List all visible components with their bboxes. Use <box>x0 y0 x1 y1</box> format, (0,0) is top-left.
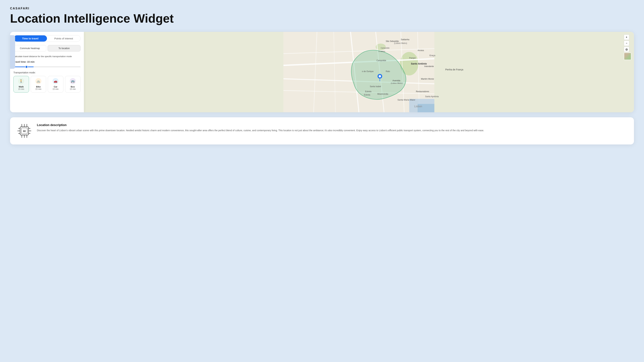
svg-text:Santa Isabel: Santa Isabel <box>370 85 381 88</box>
svg-text:Campolide: Campolide <box>376 59 386 62</box>
map-controls: + − ◎ <box>624 34 631 60</box>
brand-logo: CASAFARI <box>10 7 634 10</box>
svg-text:Saldanha: Saldanha <box>401 38 410 41</box>
svg-text:São Sebastião: São Sebastião <box>386 40 399 42</box>
bike-time: 15 min <box>36 88 42 90</box>
svg-text:Restauradores: Restauradores <box>416 90 429 93</box>
svg-text:(Lisbon Metro): (Lisbon Metro) <box>394 42 407 44</box>
ai-chip-icon: AI <box>17 123 32 138</box>
svg-text:Martim Moniz: Martim Moniz <box>421 78 434 80</box>
transport-card-bike[interactable]: 🚲 Bike 15 min <box>31 76 46 92</box>
locate-button[interactable]: ◎ <box>624 46 629 52</box>
widget-container: Time to travel Points of interest Commut… <box>10 32 634 112</box>
bus-icon: 🚌 <box>70 78 76 84</box>
bike-icon: 🚲 <box>36 78 42 84</box>
travel-description: Calculate travel distance for the specif… <box>14 55 80 58</box>
svg-text:AI: AI <box>23 130 26 133</box>
svg-text:Estrela: Estrela <box>364 94 370 96</box>
walk-name: Walk <box>18 85 24 88</box>
ai-icon-wrapper: AI <box>17 123 32 138</box>
desc-title: Location description <box>37 123 484 127</box>
main-card: Time to travel Points of interest Commut… <box>10 32 634 112</box>
sub-tab-bar: Commute heatmap To location <box>14 45 80 51</box>
walk-icon: 🚶 <box>18 78 24 84</box>
left-panel: Time to travel Points of interest Commut… <box>10 32 84 112</box>
car-time: 15 min <box>52 88 58 90</box>
transport-card-car[interactable]: 🚗 Car 15 min <box>48 76 64 92</box>
svg-text:Parque: Parque <box>409 57 416 59</box>
transport-card-bus[interactable]: 🚌 Bus 15 min <box>65 76 81 92</box>
description-card: AI Location description Discover the hea… <box>10 117 634 144</box>
car-icon: 🚗 <box>52 78 58 84</box>
svg-text:Penha de França: Penha de França <box>445 68 464 71</box>
svg-text:Estrela: Estrela <box>365 90 372 93</box>
travel-time-display: Travel time: 15 min <box>14 60 80 63</box>
page-title: Location Intelligence Widget <box>10 12 634 25</box>
transport-card-walk[interactable]: 🚶 Walk 15 min <box>14 76 29 92</box>
transport-modes-container: 🚶 Walk 15 min 🚲 Bike 15 min 🚗 Car 15 min… <box>14 76 80 92</box>
svg-text:Santo António: Santo António <box>411 62 427 65</box>
sub-tab-to-location[interactable]: To location <box>48 45 80 51</box>
zoom-out-button[interactable]: − <box>624 40 629 46</box>
svg-text:Campolide: Campolide <box>381 47 390 49</box>
panel-accent <box>10 35 15 69</box>
svg-text:(Lisbon Metro): (Lisbon Metro) <box>391 82 403 84</box>
svg-text:o de Ourique: o de Ourique <box>362 70 374 72</box>
svg-text:Santa Maria Maior: Santa Maria Maior <box>398 98 416 101</box>
map-svg: (Lisbon Metro) Saldanha São Sebastião Ca… <box>84 32 634 112</box>
svg-text:Avenida: Avenida <box>392 79 400 82</box>
main-tab-bar: Time to travel Points of interest <box>14 35 80 42</box>
map-thumbnail <box>624 53 631 60</box>
bus-time: 15 min <box>70 88 76 90</box>
transport-mode-label: Transportation mode: <box>14 71 80 74</box>
svg-text:Arroios: Arroios <box>418 49 424 52</box>
svg-text:in station: in station <box>378 50 385 52</box>
svg-text:Graça: Graça <box>429 54 435 57</box>
tab-points-of-interest[interactable]: Points of interest <box>47 35 80 41</box>
svg-text:Lisbon: Lisbon <box>414 105 422 108</box>
svg-text:Rato: Rato <box>386 70 390 72</box>
svg-point-16 <box>379 75 381 77</box>
car-name: Car <box>54 85 57 88</box>
travel-time-slider[interactable] <box>14 66 80 67</box>
zoom-in-button[interactable]: + <box>624 34 629 40</box>
tab-time-to-travel[interactable]: Time to travel <box>14 35 47 41</box>
walk-time: 15 min <box>18 88 24 90</box>
svg-text:Intendente: Intendente <box>424 65 434 67</box>
svg-text:Misericórdia: Misericórdia <box>377 93 388 95</box>
bus-name: Bus <box>70 85 75 88</box>
desc-text: Discover the heart of Lisbon's vibrant u… <box>37 129 484 133</box>
sub-tab-commute-heatmap[interactable]: Commute heatmap <box>14 45 46 51</box>
desc-content: Location description Discover the heart … <box>37 123 484 133</box>
travel-time-slider-wrapper <box>14 65 80 68</box>
map-area[interactable]: (Lisbon Metro) Saldanha São Sebastião Ca… <box>84 32 634 112</box>
svg-text:Santa Apolónia: Santa Apolónia <box>425 95 439 98</box>
bike-name: Bike <box>36 85 40 88</box>
